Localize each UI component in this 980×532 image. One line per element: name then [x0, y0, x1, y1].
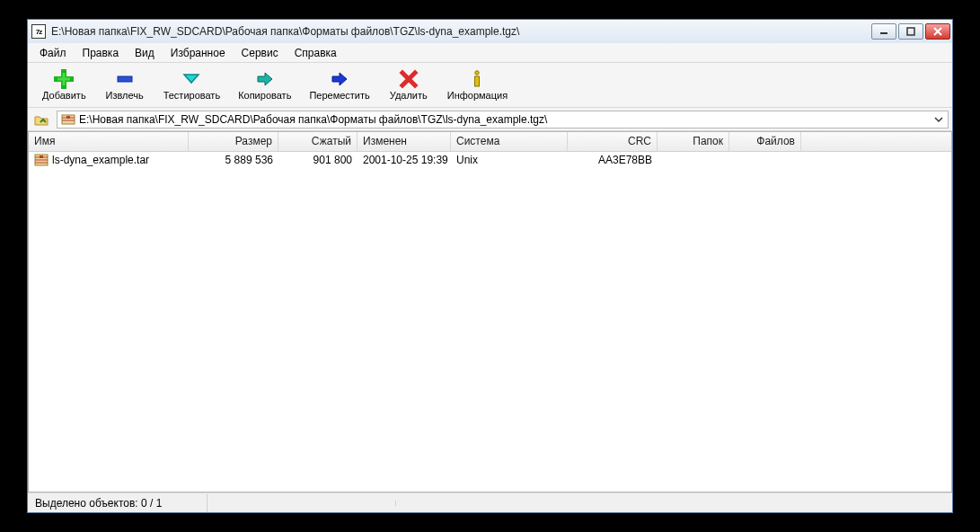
col-name[interactable]: Имя	[29, 132, 189, 151]
col-packed[interactable]: Сжатый	[278, 132, 358, 151]
cell-size: 5 889 536	[189, 153, 278, 167]
status-spacer-1	[207, 501, 396, 506]
move-label: Переместить	[309, 90, 369, 101]
menubar: Файл Правка Вид Избранное Сервис Справка	[28, 43, 952, 63]
col-folders[interactable]: Папок	[658, 132, 729, 151]
cell-folders	[658, 159, 729, 161]
arrow-right-blue-icon	[330, 69, 349, 89]
add-label: Добавить	[42, 90, 86, 101]
add-button[interactable]: Добавить	[33, 65, 95, 106]
menu-favorites[interactable]: Избранное	[163, 44, 234, 62]
minimize-icon	[879, 27, 888, 36]
plus-icon	[54, 69, 74, 89]
table-row[interactable]: ls-dyna_example.tar 5 889 536 901 800 20…	[29, 152, 951, 168]
file-rows[interactable]: ls-dyna_example.tar 5 889 536 901 800 20…	[29, 152, 951, 492]
chevron-down-icon[interactable]	[931, 112, 946, 127]
window-controls	[871, 23, 950, 40]
copy-label: Копировать	[238, 90, 291, 101]
info-icon	[467, 69, 487, 89]
maximize-button[interactable]	[898, 23, 923, 40]
extract-label: Извлечь	[106, 90, 144, 101]
menu-service[interactable]: Сервис	[234, 44, 287, 62]
archive-file-icon	[34, 154, 49, 166]
menu-help[interactable]: Справка	[287, 44, 345, 62]
info-button[interactable]: Информация	[438, 65, 516, 106]
path-combo[interactable]: E:\Новая папка\FIX_RW_SDCARD\Рабочая пап…	[57, 111, 949, 129]
close-icon	[933, 27, 942, 36]
svg-rect-4	[118, 76, 132, 82]
pathbar: E:\Новая папка\FIX_RW_SDCARD\Рабочая пап…	[28, 108, 952, 131]
status-spacer-2	[396, 501, 952, 506]
cell-crc: AA3E78BB	[568, 153, 658, 167]
window-title: E:\Новая папка\FIX_RW_SDCARD\Рабочая пап…	[51, 25, 871, 38]
test-button[interactable]: Тестировать	[155, 65, 230, 106]
menu-file[interactable]: Файл	[31, 44, 75, 62]
titlebar[interactable]: 7z E:\Новая папка\FIX_RW_SDCARD\Рабочая …	[28, 20, 952, 43]
info-label: Информация	[447, 90, 508, 101]
col-system[interactable]: Система	[451, 132, 568, 151]
move-button[interactable]: Переместить	[300, 65, 378, 106]
window-frame: 7z E:\Новая папка\FIX_RW_SDCARD\Рабочая …	[27, 19, 953, 513]
svg-rect-10	[66, 116, 70, 119]
extract-button[interactable]: Извлечь	[95, 65, 155, 106]
statusbar: Выделено объектов: 0 / 1	[28, 492, 952, 512]
column-headers: Имя Размер Сжатый Изменен Система CRC Па…	[29, 132, 951, 152]
close-button[interactable]	[925, 23, 950, 40]
file-list: Имя Размер Сжатый Изменен Система CRC Па…	[28, 131, 952, 492]
archive-icon	[61, 113, 75, 126]
toolbar: Добавить Извлечь Тестировать Копировать …	[28, 63, 952, 108]
col-size[interactable]: Размер	[189, 132, 278, 151]
svg-point-5	[475, 71, 479, 75]
up-folder-button[interactable]	[31, 110, 51, 129]
test-label: Тестировать	[163, 90, 221, 101]
svg-rect-6	[475, 76, 480, 86]
cell-name: ls-dyna_example.tar	[29, 153, 189, 168]
app-icon: 7z	[31, 24, 46, 39]
status-selection: Выделено объектов: 0 / 1	[28, 494, 207, 512]
path-text: E:\Новая папка\FIX_RW_SDCARD\Рабочая пап…	[79, 113, 547, 126]
col-crc[interactable]: CRC	[568, 132, 658, 151]
x-icon	[399, 69, 419, 89]
minus-icon	[115, 69, 135, 89]
minimize-button[interactable]	[871, 23, 896, 40]
delete-label: Удалить	[390, 90, 428, 101]
copy-button[interactable]: Копировать	[229, 65, 300, 106]
folder-up-icon	[33, 111, 49, 128]
maximize-icon	[906, 27, 915, 36]
cell-system: Unix	[451, 153, 568, 167]
menu-view[interactable]: Вид	[127, 44, 163, 62]
delete-button[interactable]: Удалить	[379, 65, 438, 106]
arrow-right-teal-icon	[255, 69, 275, 89]
svg-rect-1	[907, 28, 914, 35]
col-files[interactable]: Файлов	[729, 132, 801, 151]
svg-rect-15	[40, 155, 43, 158]
check-down-icon	[181, 69, 201, 89]
cell-files	[729, 159, 801, 161]
cell-packed: 901 800	[278, 153, 358, 167]
col-modified[interactable]: Изменен	[358, 132, 451, 151]
cell-modified: 2001-10-25 19:39	[358, 153, 451, 167]
menu-edit[interactable]: Правка	[75, 44, 128, 62]
